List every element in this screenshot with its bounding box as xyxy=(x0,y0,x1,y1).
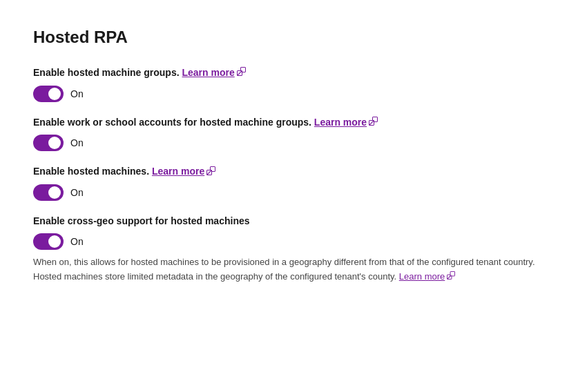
external-link-icon xyxy=(369,117,378,129)
external-link-icon xyxy=(237,67,246,79)
toggle-thumb xyxy=(48,137,61,149)
learn-more-link-enable-hosted-machine-groups[interactable]: Learn more xyxy=(182,67,234,78)
setting-block-enable-cross-geo-support: Enable cross-geo support for hosted mach… xyxy=(33,215,554,284)
toggle-state-label-enable-hosted-machines: On xyxy=(70,187,84,198)
toggle-state-label-enable-work-school-accounts: On xyxy=(70,137,84,148)
toggle-row-enable-work-school-accounts: On xyxy=(33,135,554,151)
setting-label-enable-hosted-machines: Enable hosted machines. Learn more xyxy=(33,165,554,179)
toggle-enable-cross-geo-support[interactable] xyxy=(33,233,64,250)
toggle-row-enable-hosted-machines: On xyxy=(33,184,554,201)
setting-label-enable-cross-geo-support: Enable cross-geo support for hosted mach… xyxy=(33,215,554,228)
toggle-track xyxy=(33,184,64,201)
description-learn-more-link-enable-cross-geo-support[interactable]: Learn more xyxy=(399,271,445,282)
setting-block-enable-hosted-machines: Enable hosted machines. Learn moreOn xyxy=(33,165,554,201)
toggle-state-label-enable-cross-geo-support: On xyxy=(70,236,84,247)
description-enable-cross-geo-support: When on, this allows for hosted machines… xyxy=(33,255,554,284)
learn-more-link-enable-work-school-accounts[interactable]: Learn more xyxy=(314,117,367,128)
toggle-row-enable-hosted-machine-groups: On xyxy=(33,86,554,102)
external-link-icon xyxy=(447,271,455,284)
setting-label-enable-work-school-accounts: Enable work or school accounts for hoste… xyxy=(33,116,554,130)
toggle-enable-work-school-accounts[interactable] xyxy=(33,135,64,151)
toggle-enable-hosted-machines[interactable] xyxy=(33,184,64,201)
learn-more-link-enable-hosted-machines[interactable]: Learn more xyxy=(152,166,204,177)
toggle-row-enable-cross-geo-support: On xyxy=(33,233,554,250)
toggle-thumb xyxy=(48,186,61,199)
toggle-track xyxy=(33,86,64,102)
setting-block-enable-hosted-machine-groups: Enable hosted machine groups. Learn more… xyxy=(33,66,554,102)
toggle-enable-hosted-machine-groups[interactable] xyxy=(33,86,64,102)
page-title: Hosted RPA xyxy=(33,28,554,47)
toggle-thumb xyxy=(48,235,61,248)
toggle-track xyxy=(33,135,64,151)
setting-block-enable-work-school-accounts: Enable work or school accounts for hoste… xyxy=(33,116,554,152)
toggle-thumb xyxy=(48,88,61,100)
external-link-icon xyxy=(206,166,215,179)
setting-label-enable-hosted-machine-groups: Enable hosted machine groups. Learn more xyxy=(33,66,554,80)
toggle-track xyxy=(33,233,64,250)
toggle-state-label-enable-hosted-machine-groups: On xyxy=(70,88,84,99)
